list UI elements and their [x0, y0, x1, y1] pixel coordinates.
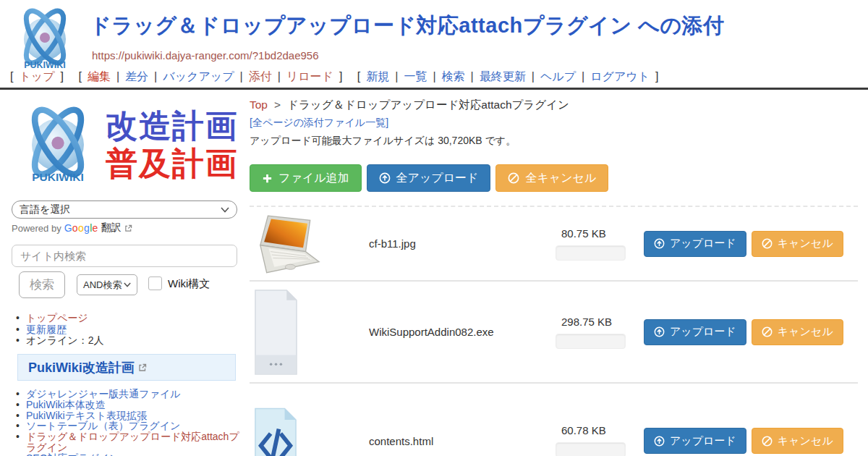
pukiwiki-logo[interactable]: PUKIWIKI [9, 3, 81, 74]
separator: | [532, 70, 535, 83]
search-mode-value: AND検索 [83, 279, 122, 292]
sidebar-panel-title-link[interactable]: PukiWiki改造計画 [28, 359, 135, 376]
separator: | [116, 70, 119, 83]
sidebar-link-seo[interactable]: SEO対応プラグイン [26, 452, 119, 456]
nav-link-reload[interactable]: リロード [286, 70, 333, 83]
logo-wordmark: PUKIWIKI [24, 60, 66, 70]
plus-icon [262, 173, 273, 184]
generic-file-icon [254, 289, 298, 376]
all-attachments-link[interactable]: [全ページの添付ファイル一覧] [250, 117, 388, 130]
online-count: オンライン：2人 [26, 334, 103, 346]
cancel-all-button[interactable]: 全キャンセル [495, 164, 608, 192]
nav-link-logout[interactable]: ログアウト [590, 70, 650, 83]
sidebar-link-common-files[interactable]: ダジャレンジャー版共通ファイル [26, 388, 181, 400]
list-item: PukiWikiテキスト表現拡張 [14, 410, 243, 421]
file-actions: アップロード キャンセル [644, 319, 843, 345]
search-mode-select[interactable]: AND検索 [77, 274, 137, 295]
ban-icon [762, 326, 773, 337]
breadcrumb-home-link[interactable]: Top [250, 98, 268, 111]
separator: | [240, 70, 243, 83]
page-title: ドラッグ＆ドロップアップロード対応attachプラグイン への添付 [90, 12, 725, 41]
nav-link-attach[interactable]: 添付 [249, 70, 272, 83]
list-item-current: ドラッグ＆ドロップアップロード対応attachプラグイン [14, 431, 243, 453]
list-item: ソートテーブル（表）プラグイン [14, 421, 243, 431]
upload-progress-bar [556, 442, 626, 456]
nav-link-top[interactable]: トップ [19, 70, 54, 83]
file-actions: アップロード キャンセル [644, 428, 843, 454]
file-thumbnail-cell [250, 289, 369, 376]
google-wordmark: Google [64, 222, 98, 234]
sidebar-link-text-ext[interactable]: PukiWikiテキスト表現拡張 [26, 410, 147, 421]
search-button[interactable]: 検索 [19, 271, 65, 298]
max-upload-size-note: アップロード可能最大ファイルサイズは 30,720KB です。 [250, 135, 516, 148]
sidebar-link-toppage[interactable]: トップページ [26, 312, 88, 324]
upload-all-button[interactable]: 全アップロード [367, 164, 491, 192]
file-thumbnail-cell [250, 407, 369, 456]
bracket: ] [61, 70, 64, 83]
language-select[interactable]: 言語を選択 [12, 200, 237, 219]
nav-link-recent[interactable]: 最終更新 [480, 70, 526, 83]
site-search-input[interactable] [12, 245, 237, 267]
sidebar-link-core-mod[interactable]: PukiWiki本体改造 [26, 399, 106, 410]
file-row: WikiSupportAddin082.exe 298.75 KB アップロード… [250, 282, 858, 384]
list-item: PukiWiki本体改造 [14, 400, 243, 410]
upload-button[interactable]: アップロード [644, 231, 746, 257]
separator: | [582, 70, 584, 83]
page-url: https://pukiwiki.dajya-ranger.com/?1bd2d… [92, 49, 319, 62]
sidebar-link-dnd-attach[interactable]: ドラッグ＆ドロップアップロード対応attachプラグイン [26, 431, 239, 453]
circle-arrow-up-icon [654, 436, 665, 447]
cancel-button[interactable]: キャンセル [752, 319, 843, 345]
file-thumbnail-cell [250, 211, 369, 277]
circle-arrow-up-icon [654, 238, 665, 249]
separator: | [433, 70, 435, 83]
upload-button[interactable]: アップロード [644, 428, 746, 454]
ban-icon [508, 172, 519, 184]
sidebar-panel-header: PukiWiki改造計画 [17, 354, 236, 381]
google-translate-credit[interactable]: Powered by Google 翻訳 [12, 221, 132, 235]
sidebar-link-sort-table[interactable]: ソートテーブル（表）プラグイン [26, 420, 180, 431]
cancel-button[interactable]: キャンセル [752, 231, 843, 257]
bracket: ] [655, 70, 658, 83]
nav-link-edit[interactable]: 編集 [88, 70, 111, 83]
add-files-button[interactable]: ファイル追加 [250, 164, 362, 192]
file-size: 298.75 KB [556, 316, 644, 328]
powered-by-text: Powered by [12, 223, 61, 234]
circle-arrow-up-icon [654, 326, 665, 337]
nav-link-new[interactable]: 新規 [366, 70, 389, 83]
upload-label: アップロード [670, 434, 736, 448]
wiki-syntax-label: Wiki構文 [168, 277, 210, 291]
nav-link-list[interactable]: 一覧 [404, 70, 427, 83]
sidebar-banner[interactable]: PUKIWIKI 改造計画 普及計画 [12, 100, 239, 190]
cancel-all-label: 全キャンセル [525, 171, 596, 186]
separator: | [278, 70, 281, 83]
file-size: 80.75 KB [556, 227, 644, 240]
separator: | [471, 70, 474, 83]
cancel-button[interactable]: キャンセル [752, 428, 843, 454]
breadcrumb-current: ドラッグ＆ドロップアップロード対応attachプラグイン [287, 98, 569, 111]
nav-link-diff[interactable]: 差分 [125, 70, 148, 83]
language-select-value: 言語を選択 [20, 203, 70, 216]
upload-toolbar: ファイル追加 全アップロード 全キャンセル [250, 164, 608, 192]
nav-group-top: [トップ] [10, 70, 64, 83]
sidebar-link-history[interactable]: 更新履歴 [26, 324, 67, 335]
file-size-cell: 60.78 KB [556, 424, 644, 456]
breadcrumb: Top>ドラッグ＆ドロップアップロード対応attachプラグイン [250, 98, 569, 113]
nav-group-site: [新規|一覧|検索|最終更新|ヘルプ|ログアウト] [357, 70, 659, 83]
nav-link-backup[interactable]: バックアップ [163, 70, 234, 83]
wiki-syntax-checkbox[interactable] [148, 276, 162, 290]
cancel-label: キャンセル [778, 325, 833, 339]
translate-text: 翻訳 [101, 221, 122, 235]
circle-arrow-up-icon [379, 172, 391, 184]
upload-progress-bar [556, 334, 626, 349]
file-actions: アップロード キャンセル [644, 231, 843, 257]
list-item: オンライン：2人 [14, 335, 103, 347]
bracket: [ [10, 70, 13, 83]
upload-button[interactable]: アップロード [644, 319, 746, 345]
nav-link-help[interactable]: ヘルプ [540, 70, 576, 83]
banner-line1: 改造計画 [106, 107, 239, 145]
atom-logo-icon: PUKIWIKI [12, 100, 104, 190]
file-name: contents.html [369, 435, 556, 447]
nav-link-search[interactable]: 検索 [442, 70, 465, 83]
sidebar-quick-links: トップページ 更新履歴 オンライン：2人 [14, 313, 103, 347]
html-code-file-icon [254, 407, 297, 456]
